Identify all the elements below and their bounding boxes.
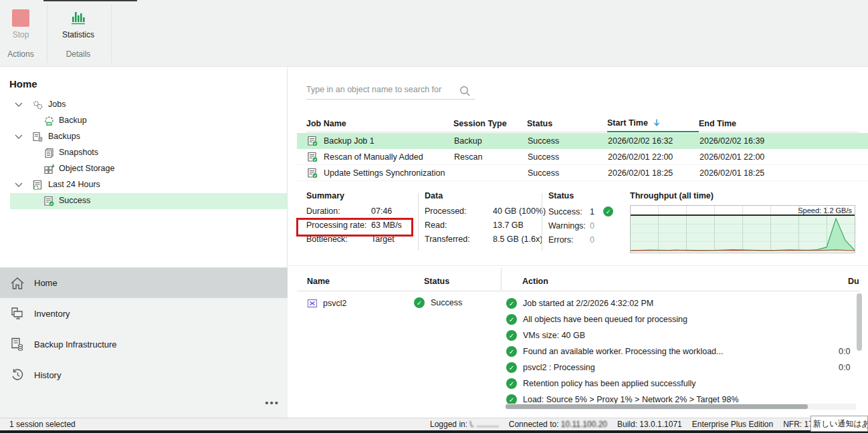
jobs-icon	[32, 100, 43, 110]
success-check-icon: ✓	[414, 297, 425, 308]
panel-title: Status	[548, 191, 613, 200]
stop-button[interactable]: Stop	[0, 5, 41, 39]
column-header-start-time[interactable]: Start Time	[607, 115, 699, 132]
panel-title: Data	[425, 191, 546, 200]
sessions-table-header: Job Name Session Type Status Start Time …	[306, 115, 859, 132]
scrollbar-thumb[interactable]	[506, 404, 808, 409]
column-header-status[interactable]: Status	[414, 277, 510, 290]
home-icon	[10, 276, 25, 291]
success-check-icon: ✓	[506, 298, 517, 309]
cell-session-type: Rescan	[454, 152, 528, 162]
sidebar: Home Jobs Backup Backups	[0, 67, 288, 418]
chevron-down-icon[interactable]	[15, 102, 23, 107]
statistics-chart-icon	[70, 9, 87, 27]
data-value: 40 GB (100%)	[493, 206, 546, 216]
column-header-end-time[interactable]: End Time	[699, 115, 859, 132]
summary-label: Processing rate:	[306, 221, 371, 230]
status-value: 0	[590, 221, 603, 231]
backups-icon	[32, 132, 43, 142]
nav-item-history[interactable]: History	[0, 359, 288, 390]
tree-item-jobs[interactable]: Jobs	[0, 97, 287, 113]
column-header-session-type[interactable]: Session Type	[453, 115, 527, 132]
column-header-status[interactable]: Status	[527, 115, 607, 132]
tree-item-label: Success	[59, 196, 90, 205]
session-success-icon	[307, 136, 318, 146]
vertical-scrollbar[interactable]	[856, 291, 863, 402]
backup-infrastructure-icon	[10, 337, 25, 351]
scrollbar-thumb[interactable]	[857, 293, 862, 351]
list-item[interactable]: ✓ psvcl2 : Processing 0:0	[506, 359, 857, 376]
throughput-plot-area	[631, 216, 855, 251]
session-success-icon	[307, 152, 318, 162]
data-label: Transferred:	[425, 235, 493, 244]
nav-item-label: Backup Infrastructure	[34, 339, 117, 349]
success-check-icon: ✓	[506, 378, 517, 389]
tree-item-success[interactable]: Success	[10, 193, 287, 209]
action-text: Found an available worker. Processing th…	[523, 347, 723, 356]
chevron-down-icon[interactable]	[15, 182, 23, 187]
status-bar-info: Logged in: \. .......... Connected to: 1…	[430, 420, 825, 429]
throughput-line-series	[631, 219, 855, 251]
action-duration: 0:0	[839, 347, 850, 356]
tree-item-snapshots[interactable]: Snapshots	[0, 145, 287, 161]
action-log-list: ✓ Job started at 2/2/2026 4:32:02 PM ✓ A…	[506, 295, 857, 408]
statistics-button[interactable]: Statistics	[58, 5, 99, 39]
cell-end-time: 2026/02/01 22:00	[699, 152, 868, 162]
throughput-chart: Speed: 1.2 GB/s	[630, 205, 855, 253]
nav-item-label: Inventory	[34, 309, 70, 319]
list-item[interactable]: ✓ Retention policy has been applied succ…	[506, 376, 857, 392]
logged-in: Logged in: \. ..........	[430, 420, 499, 429]
status-value: 0	[590, 235, 603, 245]
action-text: Job started at 2/2/2026 4:32:02 PM	[523, 299, 653, 308]
list-item[interactable]: ✓ VMs size: 40 GB	[506, 327, 857, 343]
tree-item-object-storage[interactable]: Object Storage	[0, 161, 287, 177]
list-item[interactable]: ✓ Job started at 2/2/2026 4:32:02 PM	[506, 295, 857, 311]
data-panel: Data Processed:40 GB (100%) Read:13.7 GB…	[425, 191, 546, 244]
cell-end-time: 2026/02/01 18:25	[699, 168, 868, 178]
column-header-name[interactable]: Name	[297, 277, 414, 290]
backup-job-icon	[43, 116, 55, 126]
tree-item-backup[interactable]: Backup	[0, 113, 287, 129]
tree-item-label: Backups	[48, 132, 80, 141]
summary-value: 07:46	[371, 206, 402, 216]
nav-item-home[interactable]: Home	[0, 268, 288, 298]
throughput-speed-label: Speed: 1.2 GB/s	[631, 206, 855, 216]
notification-tooltip[interactable]: 新しい通知はあり	[810, 416, 868, 432]
cell-session-type: Backup	[454, 136, 528, 146]
nav-item-inventory[interactable]: Inventory	[0, 298, 288, 329]
column-header-action[interactable]: Action	[510, 277, 838, 290]
column-header-duration[interactable]: Du	[838, 277, 868, 290]
throughput-panel-title-wrap: Throughput (all time)	[630, 191, 714, 200]
tree-item-backups[interactable]: Backups	[0, 129, 287, 145]
cell-job-name: Rescan of Manually Added	[324, 152, 423, 162]
cell-start-time: 2026/02/01 18:25	[608, 168, 699, 178]
stop-icon	[12, 9, 29, 27]
list-item[interactable]: ✓ All objects have been queued for proce…	[506, 311, 857, 327]
summary-label: Duration:	[306, 206, 371, 216]
list-item[interactable]: ✓ Found an available worker. Processing …	[506, 343, 857, 359]
action-duration: 0:0	[839, 363, 850, 372]
selection-status: 1 session selected	[9, 420, 76, 429]
connected-to: Connected to: 10.11.100.20	[509, 420, 607, 429]
vm-row-name[interactable]: psvcl2	[307, 298, 346, 309]
search-icon[interactable]	[459, 85, 471, 97]
details-table-header: Name Status Action Du	[297, 277, 868, 290]
tree-item-label: Object Storage	[59, 164, 114, 173]
data-value: 8.5 GB (1.6x)	[493, 235, 546, 244]
more-options-button[interactable]: •••	[265, 397, 280, 408]
table-row[interactable]: Rescan of Manually Added Rescan Success …	[297, 149, 868, 165]
search-input[interactable]	[306, 82, 447, 97]
summary-value: Target	[371, 235, 402, 244]
horizontal-scrollbar[interactable]	[506, 404, 856, 410]
throughput-series-svg	[631, 216, 855, 251]
column-header-job-name[interactable]: Job Name	[306, 115, 453, 132]
statistics-button-label: Statistics	[58, 30, 99, 39]
table-row[interactable]: Backup Job 1 Backup Success 2026/02/02 1…	[297, 133, 868, 149]
session-success-icon	[307, 168, 318, 178]
chevron-down-icon[interactable]	[15, 134, 23, 139]
table-row[interactable]: Update Settings Synchronization Success …	[297, 165, 868, 181]
summary-label: Bottleneck:	[306, 235, 371, 244]
nav-item-backup-infrastructure[interactable]: Backup Infrastructure	[0, 329, 288, 359]
tree-item-last-24-hours[interactable]: Last 24 Hours	[0, 177, 287, 193]
cell-job-name: Backup Job 1	[324, 136, 374, 146]
